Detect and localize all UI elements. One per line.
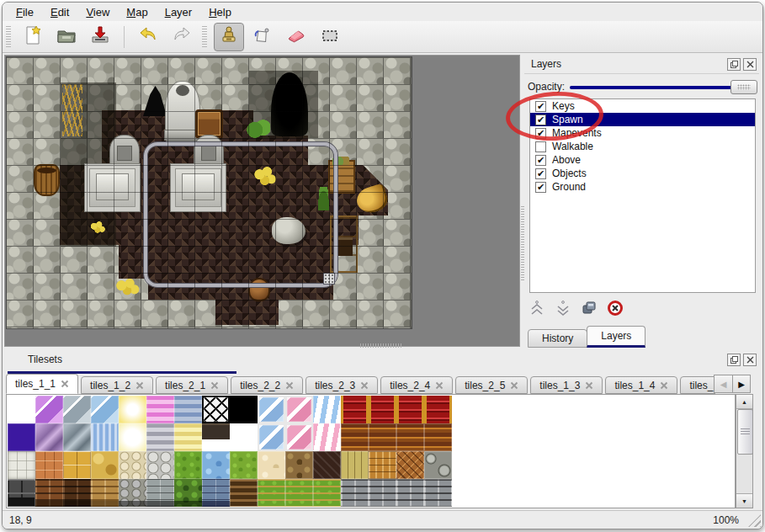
tile-rubble[interactable]	[119, 479, 146, 507]
tile-wood-plank[interactable]	[341, 451, 369, 479]
map-view[interactable]	[4, 55, 520, 347]
tile-dirt-rows[interactable]	[230, 479, 258, 507]
tileset-tab-tiles_2_3[interactable]: tiles_2_3	[305, 376, 378, 394]
tileset-tab-tiles_1_2[interactable]: tiles_1_2	[81, 376, 153, 394]
tile-stripe-brown[interactable]	[424, 423, 452, 451]
menu-view[interactable]: View	[77, 4, 118, 20]
scrollbar-thumb[interactable]	[737, 409, 753, 455]
tile-water[interactable]	[202, 451, 230, 479]
tile-stone-brick[interactable]	[396, 479, 424, 507]
tile-glass-gray-dk[interactable]	[63, 423, 91, 451]
tile-stripe-blue[interactable]	[174, 396, 202, 423]
tile-glass-gray[interactable]	[63, 396, 91, 423]
scroll-up-button[interactable]: ▲	[736, 395, 752, 409]
layer-row-walkable[interactable]: Walkable	[530, 140, 755, 153]
layers-panel-titlebar[interactable]: Layers	[524, 55, 759, 74]
toolbar-drag-handle[interactable]	[6, 26, 11, 48]
tile-weave[interactable]	[369, 451, 396, 479]
float-panel-button[interactable]	[727, 58, 741, 71]
opacity-slider[interactable]	[570, 80, 757, 94]
tile-ribbon-blue[interactable]	[313, 396, 341, 423]
tab-close-icon[interactable]	[660, 381, 668, 390]
tileset-tab-tiles_2_5[interactable]: tiles_2_5	[455, 376, 528, 394]
close-panel-button[interactable]	[743, 58, 757, 71]
close-tilesets-button[interactable]	[743, 354, 757, 366]
tab-close-icon[interactable]	[360, 381, 369, 390]
map-selection[interactable]	[144, 142, 337, 287]
tile-pane-blue[interactable]	[258, 423, 285, 451]
layer-row-spawn[interactable]: ✔Spawn	[530, 113, 755, 126]
tile-pane-blue[interactable]	[258, 396, 285, 423]
tile-pane-pink[interactable]	[285, 423, 313, 451]
menu-file[interactable]: File	[8, 4, 42, 20]
eraser-tool-button[interactable]	[281, 23, 311, 51]
tile-stripe-brown[interactable]	[369, 423, 396, 451]
tile-glass-purple[interactable]	[35, 396, 63, 423]
layer-row-keys[interactable]: ✔Keys	[530, 99, 755, 113]
tile-empty[interactable]	[8, 396, 35, 423]
fill-tool-button[interactable]	[247, 23, 278, 51]
redo-button[interactable]	[167, 23, 197, 51]
menu-edit[interactable]: Edit	[42, 4, 77, 20]
tile-water-anim[interactable]	[91, 423, 119, 451]
layer-visibility-checkbox[interactable]: ✔	[535, 168, 546, 179]
tile-sand[interactable]	[258, 451, 285, 479]
layer-visibility-checkbox[interactable]	[535, 141, 546, 152]
tab-close-icon[interactable]	[61, 380, 69, 388]
tab-close-icon[interactable]	[435, 381, 444, 390]
tile-purple[interactable]	[8, 423, 35, 451]
tab-close-icon[interactable]	[285, 381, 294, 390]
tile-grass2[interactable]	[230, 451, 258, 479]
tileset-tab-tiles_2_4[interactable]: tiles_2_4	[380, 376, 453, 394]
dock-tab-history[interactable]: History	[528, 329, 587, 348]
map-resize-handle[interactable]	[323, 273, 335, 285]
stamp-tool-button[interactable]	[214, 23, 244, 51]
tile-stone-brick[interactable]	[341, 479, 369, 507]
horizontal-splitter[interactable]	[360, 343, 402, 348]
tile-stripe-pink[interactable]	[146, 396, 174, 423]
tile-stripe-yellow[interactable]	[174, 423, 202, 451]
tileset-content[interactable]	[6, 394, 736, 508]
tile-curtain[interactable]	[369, 396, 396, 423]
tile-sign[interactable]	[202, 423, 230, 451]
tile-curtain[interactable]	[396, 396, 424, 423]
tileset-scrollbar[interactable]: ▲ ▼	[736, 394, 753, 508]
layer-visibility-checkbox[interactable]: ✔	[535, 182, 546, 193]
tab-close-icon[interactable]	[510, 381, 518, 390]
tile-herring[interactable]	[396, 451, 424, 479]
tile-stone-brick[interactable]	[369, 479, 396, 507]
tile-grass-path[interactable]	[313, 479, 341, 507]
tile-glass-purple-dk[interactable]	[35, 423, 63, 451]
open-map-button[interactable]	[51, 23, 82, 51]
tile-stone-orange[interactable]	[35, 451, 63, 479]
layer-visibility-checkbox[interactable]: ✔	[535, 101, 546, 112]
tile-path-white[interactable]	[8, 451, 35, 479]
tileset-tab-tiles_1_[interactable]: tiles_1_	[680, 376, 715, 394]
tile-wood-dark[interactable]	[313, 451, 341, 479]
layer-row-mapevents[interactable]: ✔Mapevents	[530, 126, 755, 140]
layer-visibility-checkbox[interactable]: ✔	[535, 114, 546, 125]
tileset-tab-tiles_2_2[interactable]: tiles_2_2	[231, 376, 303, 394]
tile-pebble-gray[interactable]	[146, 451, 174, 479]
tile-grass-path[interactable]	[258, 479, 285, 507]
delete-layer-button[interactable]	[606, 299, 624, 317]
layer-visibility-checkbox[interactable]: ✔	[535, 155, 546, 166]
menu-layer[interactable]: Layer	[157, 4, 201, 20]
tile-stripe-gray[interactable]	[146, 423, 174, 451]
save-map-button[interactable]	[85, 23, 115, 51]
float-tilesets-button[interactable]	[727, 354, 741, 366]
tile-hedge[interactable]	[174, 479, 202, 507]
select-tool-button[interactable]	[315, 23, 345, 51]
lower-layer-button[interactable]	[554, 299, 572, 317]
tile-tile-yellow[interactable]	[63, 451, 91, 479]
duplicate-layer-button[interactable]	[580, 299, 598, 317]
opacity-slider-handle[interactable]	[730, 80, 757, 94]
tileset-tab-tiles_1_3[interactable]: tiles_1_3	[530, 376, 603, 394]
tile-ribbon-pink[interactable]	[313, 423, 341, 451]
layer-row-ground[interactable]: ✔Ground	[530, 180, 755, 194]
tile-glass-blue[interactable]	[91, 396, 119, 423]
layer-visibility-checkbox[interactable]: ✔	[535, 128, 546, 139]
scroll-down-button[interactable]: ▼	[736, 493, 752, 508]
tile-pane-pink[interactable]	[285, 396, 313, 423]
tile-brick-gray[interactable]	[146, 479, 174, 507]
